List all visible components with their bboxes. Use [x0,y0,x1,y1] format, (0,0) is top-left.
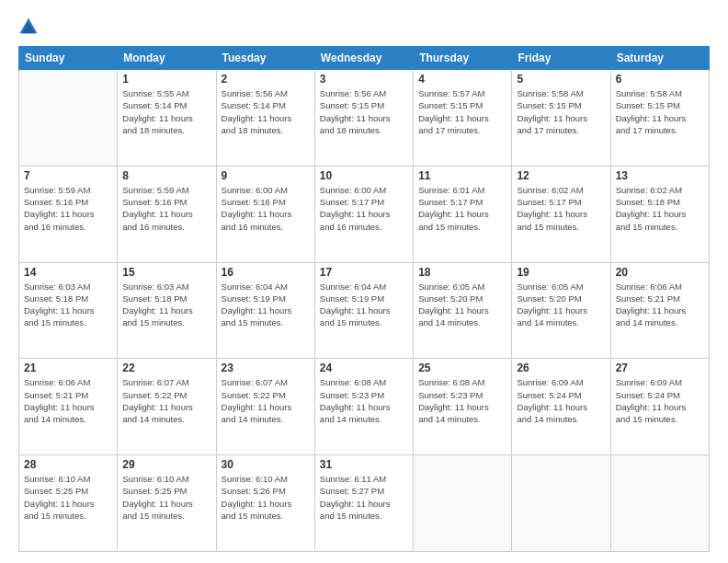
day-info: Sunrise: 6:01 AM Sunset: 5:17 PM Dayligh… [418,184,506,233]
calendar-cell: 13Sunrise: 6:02 AM Sunset: 5:18 PM Dayli… [610,166,709,262]
day-info: Sunrise: 6:00 AM Sunset: 5:17 PM Dayligh… [320,184,408,233]
calendar-cell: 3Sunrise: 5:56 AM Sunset: 5:15 PM Daylig… [314,70,413,167]
day-info: Sunrise: 5:57 AM Sunset: 5:15 PM Dayligh… [418,87,506,136]
calendar-cell: 6Sunrise: 5:58 AM Sunset: 5:15 PM Daylig… [610,70,709,167]
day-info: Sunrise: 6:06 AM Sunset: 5:21 PM Dayligh… [616,281,704,329]
day-number: 2 [222,73,310,86]
day-number: 15 [122,266,210,279]
day-number: 10 [320,169,408,182]
calendar-cell: 1Sunrise: 5:55 AM Sunset: 5:14 PM Daylig… [118,70,216,167]
day-number: 29 [122,458,210,471]
header [18,17,710,37]
day-number: 4 [418,73,506,86]
weekday-header-row: SundayMondayTuesdayWednesdayThursdayFrid… [19,47,710,70]
day-info: Sunrise: 6:06 AM Sunset: 5:21 PM Dayligh… [24,376,112,425]
calendar-cell: 10Sunrise: 6:00 AM Sunset: 5:17 PM Dayli… [314,166,413,262]
weekday-header-saturday: Saturday [610,47,709,70]
calendar-cell: 11Sunrise: 6:01 AM Sunset: 5:17 PM Dayli… [414,166,512,262]
day-number: 16 [222,266,310,279]
day-number: 5 [517,73,605,86]
day-info: Sunrise: 6:05 AM Sunset: 5:20 PM Dayligh… [418,281,506,329]
day-number: 28 [24,458,112,471]
calendar-cell: 8Sunrise: 5:59 AM Sunset: 5:16 PM Daylig… [118,166,216,262]
calendar-cell: 16Sunrise: 6:04 AM Sunset: 5:19 PM Dayli… [216,262,314,359]
day-info: Sunrise: 6:10 AM Sunset: 5:26 PM Dayligh… [222,473,310,522]
day-info: Sunrise: 6:00 AM Sunset: 5:16 PM Dayligh… [222,184,310,233]
day-info: Sunrise: 5:58 AM Sunset: 5:15 PM Dayligh… [616,87,704,136]
day-number: 17 [320,266,408,279]
day-info: Sunrise: 5:58 AM Sunset: 5:15 PM Dayligh… [517,87,605,136]
calendar-cell: 9Sunrise: 6:00 AM Sunset: 5:16 PM Daylig… [216,166,314,262]
day-info: Sunrise: 5:55 AM Sunset: 5:14 PM Dayligh… [122,87,210,136]
calendar-table: SundayMondayTuesdayWednesdayThursdayFrid… [18,46,710,552]
day-info: Sunrise: 6:04 AM Sunset: 5:19 PM Dayligh… [222,281,310,329]
calendar-cell: 31Sunrise: 6:11 AM Sunset: 5:27 PM Dayli… [314,455,413,552]
week-row-5: 28Sunrise: 6:10 AM Sunset: 5:25 PM Dayli… [19,455,710,552]
day-number: 7 [24,169,112,182]
calendar-cell [414,455,512,552]
week-row-4: 21Sunrise: 6:06 AM Sunset: 5:21 PM Dayli… [19,359,710,455]
day-number: 12 [517,169,605,182]
calendar-cell: 12Sunrise: 6:02 AM Sunset: 5:17 PM Dayli… [512,166,610,262]
calendar-cell: 14Sunrise: 6:03 AM Sunset: 5:18 PM Dayli… [19,262,118,359]
calendar-cell [610,455,709,552]
calendar-body: 1Sunrise: 5:55 AM Sunset: 5:14 PM Daylig… [19,70,710,552]
calendar-header: SundayMondayTuesdayWednesdayThursdayFrid… [19,47,710,70]
day-info: Sunrise: 6:04 AM Sunset: 5:19 PM Dayligh… [320,281,408,329]
day-info: Sunrise: 5:59 AM Sunset: 5:16 PM Dayligh… [24,184,112,233]
day-info: Sunrise: 5:56 AM Sunset: 5:15 PM Dayligh… [320,87,408,136]
day-number: 14 [24,266,112,279]
day-info: Sunrise: 6:07 AM Sunset: 5:22 PM Dayligh… [122,376,210,425]
weekday-header-monday: Monday [118,47,216,70]
calendar-cell: 26Sunrise: 6:09 AM Sunset: 5:24 PM Dayli… [512,359,610,455]
day-number: 11 [418,169,506,182]
weekday-header-thursday: Thursday [414,47,512,70]
calendar-cell: 24Sunrise: 6:08 AM Sunset: 5:23 PM Dayli… [314,359,413,455]
day-number: 31 [320,458,408,471]
day-number: 1 [122,73,210,86]
calendar-cell: 17Sunrise: 6:04 AM Sunset: 5:19 PM Dayli… [314,262,413,359]
day-number: 3 [320,73,408,86]
day-info: Sunrise: 6:07 AM Sunset: 5:22 PM Dayligh… [222,376,310,425]
day-number: 22 [122,362,210,374]
page: SundayMondayTuesdayWednesdayThursdayFrid… [0,0,728,563]
logo [18,17,42,37]
day-number: 23 [222,362,310,374]
day-info: Sunrise: 6:02 AM Sunset: 5:17 PM Dayligh… [517,184,605,233]
calendar-cell: 2Sunrise: 5:56 AM Sunset: 5:14 PM Daylig… [216,70,314,167]
weekday-header-wednesday: Wednesday [314,47,413,70]
day-info: Sunrise: 6:09 AM Sunset: 5:24 PM Dayligh… [517,376,605,425]
day-number: 26 [517,362,605,374]
calendar-cell: 19Sunrise: 6:05 AM Sunset: 5:20 PM Dayli… [512,262,610,359]
day-number: 27 [616,362,704,374]
day-info: Sunrise: 6:08 AM Sunset: 5:23 PM Dayligh… [418,376,506,425]
weekday-header-tuesday: Tuesday [216,47,314,70]
day-number: 25 [418,362,506,374]
calendar-cell: 7Sunrise: 5:59 AM Sunset: 5:16 PM Daylig… [19,166,118,262]
day-number: 8 [122,169,210,182]
calendar-cell: 18Sunrise: 6:05 AM Sunset: 5:20 PM Dayli… [414,262,512,359]
day-info: Sunrise: 6:08 AM Sunset: 5:23 PM Dayligh… [320,376,408,425]
weekday-header-friday: Friday [512,47,610,70]
calendar-cell: 21Sunrise: 6:06 AM Sunset: 5:21 PM Dayli… [19,359,118,455]
logo-icon [18,17,39,37]
calendar-cell: 23Sunrise: 6:07 AM Sunset: 5:22 PM Dayli… [216,359,314,455]
day-number: 21 [24,362,112,374]
day-info: Sunrise: 6:02 AM Sunset: 5:18 PM Dayligh… [616,184,704,233]
calendar-cell: 30Sunrise: 6:10 AM Sunset: 5:26 PM Dayli… [216,455,314,552]
day-info: Sunrise: 6:09 AM Sunset: 5:24 PM Dayligh… [616,376,704,425]
calendar-cell [512,455,610,552]
day-number: 6 [616,73,704,86]
day-number: 19 [517,266,605,279]
day-info: Sunrise: 6:11 AM Sunset: 5:27 PM Dayligh… [320,473,408,522]
day-number: 24 [320,362,408,374]
calendar-cell: 4Sunrise: 5:57 AM Sunset: 5:15 PM Daylig… [414,70,512,167]
day-info: Sunrise: 6:10 AM Sunset: 5:25 PM Dayligh… [24,473,112,522]
week-row-2: 7Sunrise: 5:59 AM Sunset: 5:16 PM Daylig… [19,166,710,262]
calendar-cell: 29Sunrise: 6:10 AM Sunset: 5:25 PM Dayli… [118,455,216,552]
week-row-1: 1Sunrise: 5:55 AM Sunset: 5:14 PM Daylig… [19,70,710,167]
calendar-cell: 22Sunrise: 6:07 AM Sunset: 5:22 PM Dayli… [118,359,216,455]
day-info: Sunrise: 5:56 AM Sunset: 5:14 PM Dayligh… [222,87,310,136]
weekday-header-sunday: Sunday [19,47,118,70]
week-row-3: 14Sunrise: 6:03 AM Sunset: 5:18 PM Dayli… [19,262,710,359]
